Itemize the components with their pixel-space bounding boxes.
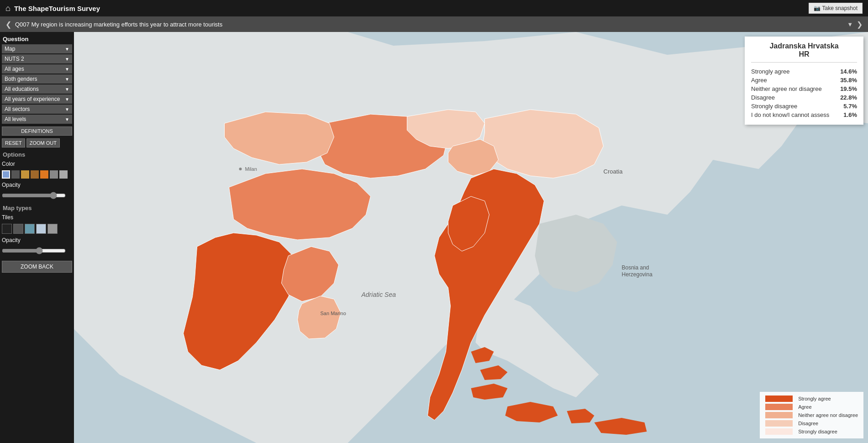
legend-swatch-agree: [765, 404, 793, 410]
tile-swatches: [2, 224, 72, 234]
color-swatches: [2, 170, 72, 179]
legend-labels: Strongly agree Agree Neither agree nor d…: [798, 396, 858, 435]
tiles-label: Tiles: [2, 213, 72, 222]
home-icon[interactable]: ⌂: [5, 4, 11, 13]
opacity-label: Opacity: [2, 181, 72, 189]
prev-question-arrow[interactable]: ❮: [5, 20, 11, 29]
tiles-opacity-label: Opacity: [2, 236, 72, 244]
region-name: Jadranska Hrvatska HR: [751, 42, 857, 63]
stat-row: Agree 35.8%: [751, 76, 857, 84]
question-text: Q007 My region is increasing marketing e…: [15, 21, 843, 28]
swatch-gray-light[interactable]: [59, 170, 68, 179]
stat-label: I do not know/I cannot assess: [751, 111, 829, 118]
ages-dropdown[interactable]: All ages ▼: [2, 64, 72, 74]
tile-blue-medium[interactable]: [25, 224, 35, 234]
options-section-title: Options: [2, 148, 72, 159]
stat-value: 22.8%: [840, 94, 857, 101]
genders-dropdown[interactable]: Both genders ▼: [2, 74, 72, 84]
san-marino-label: San Marino: [321, 311, 346, 316]
info-panel: Jadranska Hrvatska HR Strongly agree 14.…: [745, 37, 863, 125]
app-title: The ShapeTourism Survey: [14, 5, 100, 12]
milan-label: Milan: [245, 166, 257, 172]
stat-label: Strongly agree: [751, 68, 790, 75]
tile-medium-dark[interactable]: [13, 224, 23, 234]
zoom-back-button[interactable]: ZOOM BACK: [2, 261, 72, 273]
reset-button[interactable]: RESET: [2, 138, 25, 148]
legend-label-strongly-disagree: Strongly disagree: [798, 428, 858, 435]
tile-gray[interactable]: [47, 224, 58, 234]
tile-light[interactable]: [36, 224, 46, 234]
swatch-blue-light[interactable]: [2, 170, 10, 179]
stat-value: 35.8%: [840, 77, 857, 84]
camera-icon: 📷: [814, 5, 821, 11]
definitions-button[interactable]: DEFINITIONS: [2, 127, 72, 136]
stat-row: Strongly disagree 5.7%: [751, 102, 857, 111]
stat-value: 19.5%: [840, 85, 857, 92]
swatch-gray-dark[interactable]: [11, 170, 20, 179]
swatch-gray-medium[interactable]: [50, 170, 58, 179]
legend-swatch-disagree: [765, 420, 793, 427]
stat-row: Strongly agree 14.6%: [751, 67, 857, 76]
stat-value: 1.6%: [843, 111, 857, 118]
zoom-out-button[interactable]: ZOOM OUT: [26, 138, 60, 148]
swatch-brown[interactable]: [31, 170, 39, 179]
legend-label-strongly-agree: Strongly agree: [798, 396, 858, 402]
adriatic-sea-label: Adriatic Sea: [361, 291, 396, 298]
stats-container: Strongly agree 14.6% Agree 35.8% Neither…: [751, 67, 857, 119]
croatia-label: Croatia: [604, 168, 623, 175]
legend-label-disagree: Disagree: [798, 420, 858, 427]
header: ⌂ The ShapeTourism Survey 📷 Take snapsho…: [0, 0, 868, 16]
bosnia-label2: Herzegovina: [622, 271, 653, 278]
stat-label: Neither agree nor disagree: [751, 85, 822, 92]
map-types-title: Map types: [2, 202, 72, 212]
stat-label: Disagree: [751, 94, 775, 101]
main-layout: Question Map ▼ NUTS 2 ▼ All ages ▼ Both …: [0, 32, 868, 443]
legend-swatch-strongly-agree: [765, 396, 793, 402]
experience-dropdown[interactable]: All years of experience ▼: [2, 95, 72, 104]
milan-dot: [239, 168, 242, 170]
swatch-orange[interactable]: [40, 170, 48, 179]
stat-row: Neither agree nor disagree 19.5%: [751, 84, 857, 93]
next-question-arrow[interactable]: ❯: [857, 20, 863, 29]
sectors-dropdown[interactable]: All sectors ▼: [2, 105, 72, 114]
nuts-dropdown[interactable]: NUTS 2 ▼: [2, 54, 72, 63]
question-section-title: Question: [2, 34, 72, 43]
map-area: Adriatic Sea Croatia Bosnia and Herzegov…: [74, 32, 868, 443]
stat-label: Agree: [751, 77, 767, 84]
legend-swatch-neutral: [765, 412, 793, 418]
levels-dropdown[interactable]: All levels ▼: [2, 115, 72, 124]
question-navbar: ❮ Q007 My region is increasing marketing…: [0, 16, 868, 32]
reset-zoom-buttons: RESET ZOOM OUT: [2, 138, 72, 148]
stat-value: 5.7%: [843, 103, 857, 110]
map-type-dropdown[interactable]: Map ▼: [2, 44, 72, 53]
legend-swatches: [765, 396, 793, 435]
legend-label-agree: Agree: [798, 404, 858, 410]
tile-dark[interactable]: [2, 224, 12, 234]
swatch-orange-warm[interactable]: [21, 170, 29, 179]
stat-label: Strongly disagree: [751, 103, 797, 110]
color-label: Color: [2, 160, 72, 168]
stat-row: I do not know/I cannot assess 1.6%: [751, 111, 857, 119]
sidebar: Question Map ▼ NUTS 2 ▼ All ages ▼ Both …: [0, 32, 74, 443]
region-emilia-romagna[interactable]: [229, 169, 371, 240]
legend: Strongly agree Agree Neither agree nor d…: [760, 392, 863, 438]
legend-swatch-strongly-disagree: [765, 428, 793, 435]
bosnia-label: Bosnia and: [622, 264, 649, 271]
opacity-slider[interactable]: [2, 192, 66, 199]
stat-value: 14.6%: [840, 68, 857, 75]
educations-dropdown[interactable]: All educations ▼: [2, 84, 72, 94]
take-snapshot-button[interactable]: 📷 Take snapshot: [809, 3, 863, 14]
question-dropdown-icon[interactable]: ▼: [847, 21, 853, 28]
legend-label-neutral: Neither agree nor disagree: [798, 412, 858, 418]
stat-row: Disagree 22.8%: [751, 93, 857, 102]
tiles-opacity-slider[interactable]: [2, 247, 66, 254]
